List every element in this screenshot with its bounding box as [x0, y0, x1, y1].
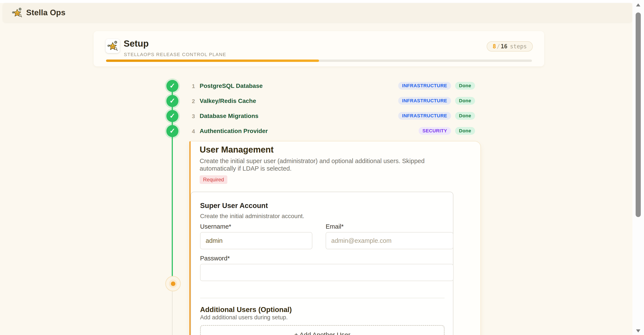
step-status-badge: Done — [455, 127, 475, 135]
setup-step-row[interactable]: ✓ 1 PostgreSQL Database INFRASTRUCTURE D… — [94, 78, 544, 94]
section-title: User Management — [200, 145, 274, 155]
username-label: Username* — [200, 223, 231, 230]
step-label: Valkey/Redis Cache — [200, 98, 256, 104]
step-complete-check-icon: ✓ — [166, 95, 178, 107]
steps-done-count: 8 — [493, 43, 496, 50]
step-complete-check-icon: ✓ — [166, 110, 178, 122]
step-category-badge: INFRASTRUCTURE — [398, 82, 451, 90]
stella-star-mascot-icon — [12, 7, 23, 18]
timeline-line-upcoming — [172, 290, 172, 335]
stella-star-mascot-icon — [107, 40, 118, 52]
step-label: Authentication Provider — [200, 128, 268, 135]
step-status-badge: Done — [455, 97, 475, 105]
stella-ops-setup-page: Stella Ops — [0, 0, 644, 335]
stella-star-icon — [107, 40, 118, 52]
super-user-account-card: Super User Account Create the initial ad… — [190, 192, 454, 335]
required-badge: Required — [200, 175, 227, 184]
setup-title: Setup — [124, 39, 149, 49]
scrollbar-down-arrow-icon[interactable] — [636, 329, 640, 332]
timeline-current-step-dot — [165, 276, 181, 291]
step-number: 1 — [190, 83, 197, 90]
step-label: PostgreSQL Database — [200, 83, 263, 89]
email-field[interactable] — [326, 232, 454, 249]
brand-name: Stella Ops — [26, 8, 66, 17]
step-category-badge: SECURITY — [418, 127, 451, 135]
top-margin-strip — [0, 0, 644, 3]
setup-progress-track — [106, 60, 532, 62]
completed-steps-list: ✓ 1 PostgreSQL Database INFRASTRUCTURE D… — [94, 78, 544, 139]
steps-counter-badge: 8 / 16 steps — [487, 41, 533, 52]
email-label: Email* — [326, 223, 344, 230]
step-number: 2 — [190, 98, 197, 105]
step-complete-check-icon: ✓ — [166, 80, 178, 92]
step-number: 4 — [190, 128, 197, 135]
current-step-dot-icon — [171, 281, 176, 286]
stella-ops-logo-icon — [12, 7, 23, 18]
setup-subtitle: STELLAOPS RELEASE CONTROL PLANE — [124, 52, 226, 57]
setup-step-row[interactable]: ✓ 2 Valkey/Redis Cache INFRASTRUCTURE Do… — [94, 94, 544, 109]
add-another-user-button[interactable]: + Add Another User — [200, 325, 444, 335]
scrollbar-up-arrow-icon[interactable] — [636, 4, 640, 7]
step-label: Database Migrations — [200, 113, 258, 120]
additional-users-subtitle: Add additional users during setup. — [200, 314, 288, 321]
super-user-title: Super User Account — [200, 202, 268, 210]
super-user-subtitle: Create the initial administrator account… — [200, 213, 304, 220]
step-category-badge: INFRASTRUCTURE — [398, 112, 451, 120]
additional-users-title: Additional Users (Optional) — [200, 305, 292, 314]
setup-progress-fill — [106, 60, 319, 62]
brand: Stella Ops — [12, 7, 66, 18]
password-field[interactable] — [200, 264, 454, 281]
user-management-panel: User Management Create the initial super… — [189, 141, 481, 335]
password-label: Password* — [200, 255, 230, 262]
app-header: Stella Ops — [3, 3, 632, 22]
setup-card-icon — [106, 39, 120, 53]
magnifier-icon — [115, 48, 117, 51]
magnifier-icon — [19, 14, 22, 17]
setup-progress-card: Setup STELLAOPS RELEASE CONTROL PLANE 8 … — [94, 31, 544, 66]
scrollbar-thumb[interactable] — [636, 13, 641, 217]
section-divider — [200, 298, 444, 298]
step-complete-check-icon: ✓ — [166, 125, 178, 137]
section-description: Create the initial super user (administr… — [200, 157, 424, 172]
steps-total-count: 16 — [500, 43, 507, 50]
step-status-badge: Done — [455, 82, 475, 90]
username-field[interactable] — [200, 232, 312, 249]
setup-step-row[interactable]: ✓ 3 Database Migrations INFRASTRUCTURE D… — [94, 109, 544, 124]
step-category-badge: INFRASTRUCTURE — [398, 97, 451, 105]
step-status-badge: Done — [455, 112, 475, 120]
scrollbar[interactable] — [632, 0, 644, 335]
setup-step-row[interactable]: ✓ 4 Authentication Provider SECURITY Don… — [94, 124, 544, 139]
step-number: 3 — [190, 113, 197, 120]
